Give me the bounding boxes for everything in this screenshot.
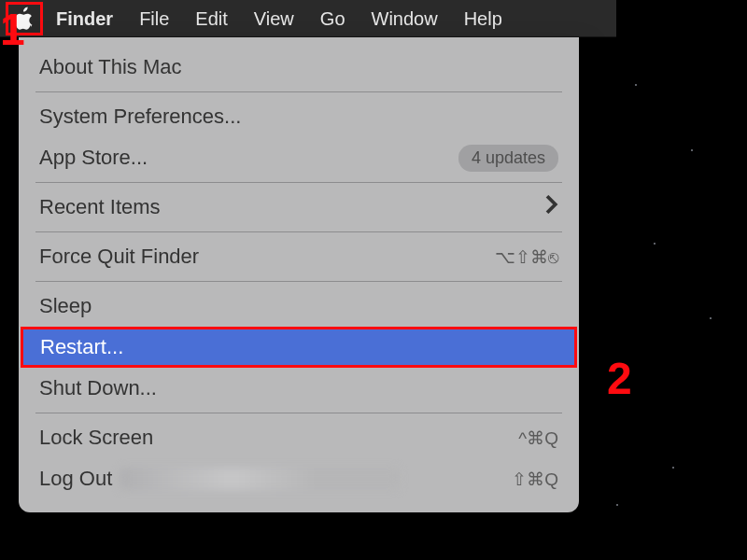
update-badge: 4 updates — [458, 145, 558, 172]
menu-item-about-this-mac[interactable]: About This Mac — [19, 47, 579, 88]
menu-item-label: Lock Screen — [39, 426, 153, 450]
menu-item-shortcut: ⌥⇧⌘⎋ — [495, 246, 558, 268]
menu-item-restart[interactable]: Restart... — [21, 327, 577, 368]
menu-item-label: Recent Items — [39, 195, 161, 219]
star — [616, 504, 618, 506]
menu-item-label: About This Mac — [39, 55, 181, 79]
menubar-item-window[interactable]: Window — [359, 0, 451, 37]
star — [710, 317, 712, 319]
star — [654, 243, 655, 245]
redacted-username — [120, 468, 400, 490]
menu-separator — [35, 281, 562, 282]
menubar-item-finder[interactable]: Finder — [43, 0, 126, 37]
menubar-item-go[interactable]: Go — [307, 0, 359, 37]
menu-item-label: Log Out — [39, 467, 112, 491]
menu-separator — [35, 182, 562, 183]
star — [691, 149, 693, 151]
menu-item-shortcut: ⇧⌘Q — [512, 469, 558, 490]
menu-item-label: Sleep — [39, 294, 92, 318]
star — [635, 84, 637, 86]
menu-item-recent-items[interactable]: Recent Items — [19, 187, 579, 228]
annotation-1: 1 — [0, 4, 25, 55]
menu-item-label: Force Quit Finder — [39, 245, 199, 269]
menu-item-sleep[interactable]: Sleep — [19, 286, 579, 327]
menu-item-force-quit-finder[interactable]: Force Quit Finder ⌥⇧⌘⎋ — [19, 236, 579, 277]
menu-item-app-store[interactable]: App Store... 4 updates — [19, 137, 579, 178]
menu-item-label: App Store... — [39, 146, 148, 170]
menu-separator — [35, 413, 562, 413]
menu-item-label: Restart... — [40, 335, 123, 359]
menubar: Finder File Edit View Go Window Help — [0, 0, 616, 37]
apple-menu-dropdown: About This Mac System Preferences... App… — [19, 37, 579, 512]
star — [672, 467, 674, 469]
menu-item-lock-screen[interactable]: Lock Screen ^⌘Q — [19, 417, 579, 458]
menu-item-log-out[interactable]: Log Out ⇧⌘Q — [19, 458, 579, 499]
chevron-right-icon — [545, 195, 558, 219]
menu-item-shut-down[interactable]: Shut Down... — [19, 368, 579, 409]
menu-item-label: Shut Down... — [39, 376, 157, 400]
menubar-item-help[interactable]: Help — [451, 0, 515, 37]
menubar-item-view[interactable]: View — [241, 0, 307, 37]
menubar-item-file[interactable]: File — [126, 0, 182, 37]
menubar-item-edit[interactable]: Edit — [182, 0, 240, 37]
menu-item-system-preferences[interactable]: System Preferences... — [19, 96, 579, 137]
menu-item-shortcut: ^⌘Q — [518, 427, 558, 449]
menu-item-label: System Preferences... — [39, 105, 241, 129]
annotation-2: 2 — [607, 353, 632, 404]
menu-separator — [35, 231, 562, 232]
menu-separator — [35, 91, 562, 92]
